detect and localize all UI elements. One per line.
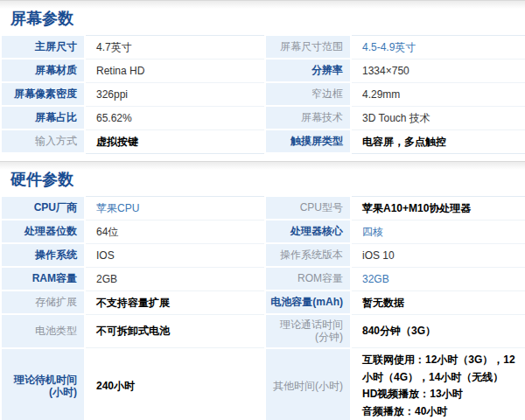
table-row: 理论待机时间(小时)240小时其他时间(小时)互联网使用：12小时（3G），12… — [1, 348, 525, 420]
spec-value: iOS 10 — [351, 243, 525, 267]
spec-value: 4.7英寸 — [85, 35, 265, 59]
table-row: 存储扩展不支持容量扩展电池容量(mAh)暂无数据 — [1, 290, 525, 314]
spec-value: 不支持容量扩展 — [85, 290, 265, 314]
section-title: 硬件参数 — [10, 171, 525, 188]
table-row: 屏幕材质Retina HD分辨率1334×750 — [1, 59, 525, 82]
spec-label: 处理器核心 — [265, 220, 351, 243]
spec-value: 暂无数据 — [351, 290, 525, 314]
table-row: 处理器位数64位处理器核心四核 — [1, 220, 525, 243]
spec-value: 苹果CPU — [85, 196, 265, 220]
spec-value: 四核 — [351, 220, 525, 243]
spec-table: CPU厂商苹果CPUCPU型号苹果A10+M10协处理器处理器位数64位处理器核… — [0, 195, 525, 420]
spec-value: 电容屏，多点触控 — [351, 130, 525, 153]
spec-section: 屏幕参数主屏尺寸4.7英寸屏幕尺寸范围4.5-4.9英寸屏幕材质Retina H… — [0, 0, 525, 154]
spec-value: 互联网使用：12小时（3G），12小时（4G），14小时（无线）HD视频播放：1… — [351, 348, 525, 420]
table-row: 主屏尺寸4.7英寸屏幕尺寸范围4.5-4.9英寸 — [1, 35, 525, 59]
spec-value-line: HD视频播放：13小时 — [362, 386, 521, 402]
spec-value: 65.62% — [85, 106, 265, 130]
spec-label: RAM容量 — [1, 267, 85, 290]
spec-label: 操作系统 — [1, 243, 85, 267]
spec-value: IOS — [85, 243, 265, 267]
spec-value: 326ppi — [85, 82, 265, 106]
spec-label: 窄边框 — [265, 82, 351, 106]
spec-label: 分辨率 — [265, 59, 351, 82]
section-header: 屏幕参数 — [0, 0, 525, 34]
spec-value-link[interactable]: 4.5-4.9英寸 — [362, 41, 416, 53]
spec-value: 3D Touch 技术 — [351, 106, 525, 130]
spec-section: 硬件参数CPU厂商苹果CPUCPU型号苹果A10+M10协处理器处理器位数64位… — [0, 161, 525, 420]
spec-value: Retina HD — [85, 59, 265, 82]
spec-value: 苹果A10+M10协处理器 — [351, 196, 525, 220]
table-row: 操作系统IOS操作系统版本iOS 10 — [1, 243, 525, 267]
spec-table: 主屏尺寸4.7英寸屏幕尺寸范围4.5-4.9英寸屏幕材质Retina HD分辨率… — [0, 34, 525, 154]
spec-label: 触摸屏类型 — [265, 130, 351, 153]
spec-label: 电池容量(mAh) — [265, 290, 351, 314]
spec-label: 操作系统版本 — [265, 243, 351, 267]
spec-label: 电池类型 — [1, 314, 85, 348]
spec-label: 屏幕像素密度 — [1, 82, 85, 106]
spec-label: CPU型号 — [265, 196, 351, 220]
table-row: CPU厂商苹果CPUCPU型号苹果A10+M10协处理器 — [1, 196, 525, 220]
section-header: 硬件参数 — [0, 161, 525, 195]
spec-value-link[interactable]: 四核 — [362, 226, 383, 238]
spec-label: 屏幕占比 — [1, 106, 85, 130]
spec-label: 屏幕技术 — [265, 106, 351, 130]
spec-label: 理论待机时间(小时) — [1, 348, 85, 420]
spec-value-line: 音频播放：40小时 — [362, 403, 521, 420]
spec-label: 处理器位数 — [1, 220, 85, 243]
spec-value: 240小时 — [85, 348, 265, 420]
spec-value-line: 互联网使用：12小时（3G），12小时（4G），14小时（无线） — [362, 352, 521, 386]
spec-value: 4.29mm — [351, 82, 525, 106]
spec-label: 理论通话时间(分钟) — [265, 314, 351, 348]
spec-value: 虚拟按键 — [85, 130, 265, 153]
spec-label: 主屏尺寸 — [1, 35, 85, 59]
spec-label: CPU厂商 — [1, 196, 85, 220]
spec-label: 屏幕尺寸范围 — [265, 35, 351, 59]
spec-value: 4.5-4.9英寸 — [351, 35, 525, 59]
spec-value: 64位 — [85, 220, 265, 243]
spec-page: 屏幕参数主屏尺寸4.7英寸屏幕尺寸范围4.5-4.9英寸屏幕材质Retina H… — [0, 0, 525, 420]
spec-label: 存储扩展 — [1, 290, 85, 314]
spec-value: 1334×750 — [351, 59, 525, 82]
table-row: RAM容量2GBROM容量32GB — [1, 267, 525, 290]
spec-value: 2GB — [85, 267, 265, 290]
spec-value-link[interactable]: 苹果CPU — [96, 202, 139, 214]
section-title: 屏幕参数 — [10, 10, 525, 27]
spec-label: 输入方式 — [1, 130, 85, 153]
spec-value: 32GB — [351, 267, 525, 290]
spec-value-link[interactable]: 32GB — [362, 273, 389, 285]
spec-label: 屏幕材质 — [1, 59, 85, 82]
spec-value: 不可拆卸式电池 — [85, 314, 265, 348]
spec-value: 840分钟（3G） — [351, 314, 525, 348]
spec-label: ROM容量 — [265, 267, 351, 290]
spec-label: 其他时间(小时) — [265, 348, 351, 420]
table-row: 屏幕占比65.62%屏幕技术3D Touch 技术 — [1, 106, 525, 130]
table-row: 输入方式虚拟按键触摸屏类型电容屏，多点触控 — [1, 130, 525, 153]
table-row: 电池类型不可拆卸式电池理论通话时间(分钟)840分钟（3G） — [1, 314, 525, 348]
table-row: 屏幕像素密度326ppi窄边框4.29mm — [1, 82, 525, 106]
